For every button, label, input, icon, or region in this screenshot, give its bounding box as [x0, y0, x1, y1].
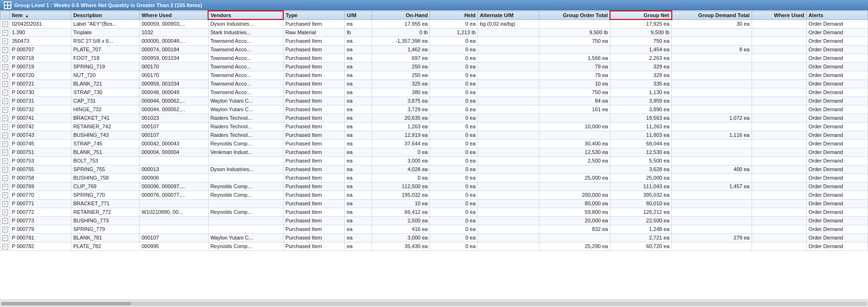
col-onhand[interactable]: On-Hand [372, 11, 430, 19]
expand-button[interactable]: + [2, 175, 8, 181]
expand-button[interactable]: + [2, 98, 8, 104]
expand-cell[interactable]: + [0, 19, 10, 28]
expand-button[interactable]: + [2, 141, 8, 147]
expand-cell[interactable]: + [0, 182, 10, 191]
expand-cell[interactable]: + [0, 242, 10, 250]
scrollbar-area[interactable] [0, 299, 868, 307]
expand-cell[interactable]: + [0, 199, 10, 208]
expand-button[interactable]: + [2, 158, 8, 164]
expand-button[interactable]: + [2, 56, 8, 61]
expand-button[interactable]: + [2, 184, 8, 190]
table-row[interactable]: +350473RSC 27 5/8 x 6...000005, 000048,.… [0, 37, 868, 45]
table-row[interactable]: +P 000730STRAP_730000048, 000049Townsend… [0, 88, 868, 96]
col-vendors[interactable]: Vendors [208, 11, 283, 19]
expand-cell[interactable]: + [0, 114, 10, 122]
table-row[interactable]: +P 000781BLANK_781000107Waylon Yutani C.… [0, 233, 868, 242]
col-type[interactable]: Type [283, 11, 344, 19]
table-row[interactable]: +P 000741BRACKET_741001023Raiders Techno… [0, 114, 868, 122]
table-row[interactable]: +P 000769CLIP_769000096, 000097,...Reyno… [0, 182, 868, 191]
expand-button[interactable]: + [2, 244, 8, 249]
table-row[interactable]: +02042D2031Label "AEY"(Bos...000059, 000… [0, 19, 868, 28]
table-row[interactable]: +P 000779SPRING_779Purchased Itemea416 e… [0, 225, 868, 233]
expand-cell[interactable]: + [0, 216, 10, 225]
expand-button[interactable]: + [2, 115, 8, 121]
table-row[interactable]: +P 000772RETAINER_772W10210890, 00...Rey… [0, 208, 868, 216]
table-row[interactable]: +P 000721BLANK_721000959, 001034Townsend… [0, 79, 868, 88]
expand-cell[interactable]: + [0, 105, 10, 114]
expand-cell[interactable]: + [0, 131, 10, 139]
table-container[interactable]: Item ▲ Description Where Used Vendors Ty… [0, 10, 868, 299]
table-row[interactable]: +1.390Tinplate1032Stark Industries...Raw… [0, 28, 868, 37]
expand-cell[interactable]: + [0, 28, 10, 37]
scrollbar-track[interactable] [1, 302, 867, 306]
table-row[interactable]: +P 000742RETAINER_742000107Raiders Techn… [0, 122, 868, 131]
expand-cell[interactable]: + [0, 54, 10, 62]
col-description[interactable]: Description [71, 11, 140, 19]
col-grpordtotal[interactable]: Group Order Total [539, 11, 610, 19]
expand-cell[interactable]: + [0, 148, 10, 156]
expand-cell[interactable]: + [0, 45, 10, 54]
table-row[interactable]: +P 000770SPRING_770000076, 000077,...Rey… [0, 191, 868, 199]
expand-button[interactable]: + [2, 192, 8, 198]
expand-cell[interactable]: + [0, 62, 10, 71]
expand-cell[interactable]: + [0, 37, 10, 45]
col-um[interactable]: U/M [344, 11, 372, 19]
col-alerts[interactable]: Alerts [806, 11, 868, 19]
expand-button[interactable]: + [2, 47, 8, 53]
col-altum[interactable]: Alternate U/M [478, 11, 539, 19]
col-grpnet[interactable]: Group Net [610, 11, 671, 19]
expand-cell[interactable]: + [0, 233, 10, 242]
col-grpdmdtotal[interactable]: Group Demand Total [672, 11, 752, 19]
expand-button[interactable]: + [2, 133, 8, 138]
table-row[interactable]: +P 000732HINGE_732000044, 000062,...Wayl… [0, 105, 868, 114]
expand-button[interactable]: + [2, 210, 8, 215]
expand-button[interactable]: + [2, 227, 8, 232]
expand-button[interactable]: + [2, 167, 8, 173]
expand-cell[interactable]: + [0, 208, 10, 216]
expand-button[interactable]: + [2, 150, 8, 155]
table-row[interactable]: +P 000743BUSHING_743000107Raiders Techno… [0, 131, 868, 139]
col-held[interactable]: Held [430, 11, 478, 19]
cell-type: Purchased Item [283, 45, 344, 54]
table-row[interactable]: +P 000773BUSHING_773Purchased Itemea2,50… [0, 216, 868, 225]
expand-button[interactable]: + [2, 107, 8, 113]
expand-button[interactable]: + [2, 90, 8, 96]
col-item[interactable]: Item ▲ [10, 11, 71, 19]
expand-button[interactable]: + [2, 30, 8, 36]
expand-cell[interactable]: + [0, 225, 10, 233]
expand-cell[interactable]: + [0, 71, 10, 79]
expand-cell[interactable]: + [0, 191, 10, 199]
expand-button[interactable]: + [2, 235, 8, 241]
expand-button[interactable]: + [2, 73, 8, 78]
expand-cell[interactable]: + [0, 173, 10, 182]
expand-button[interactable]: + [2, 38, 8, 44]
table-row[interactable]: +P 000753BOLT_753Purchased Itemea3,000 e… [0, 156, 868, 165]
table-row[interactable]: +P 000782PLATE_782000995Reynolds Comp...… [0, 242, 868, 250]
table-row[interactable]: +P 000707PLATE_707000074, 000184Townsend… [0, 45, 868, 54]
table-row[interactable]: +P 000751BLANK_751000004, 000004Venkman … [0, 148, 868, 156]
table-row[interactable]: +P 000718FOOT_718000959, 001034Townsend … [0, 54, 868, 62]
expand-cell[interactable]: + [0, 96, 10, 105]
table-row[interactable]: +P 000755SPRING_755000013Dyson Industrie… [0, 165, 868, 173]
expand-cell[interactable]: + [0, 122, 10, 131]
expand-button[interactable]: + [2, 124, 8, 130]
table-row[interactable]: +P 000719SPRING_719000170Townsend Acco..… [0, 62, 868, 71]
expand-cell[interactable]: + [0, 156, 10, 165]
expand-button[interactable]: + [2, 201, 8, 207]
expand-cell[interactable]: + [0, 165, 10, 173]
expand-cell[interactable]: + [0, 88, 10, 96]
expand-button[interactable]: + [2, 81, 8, 87]
table-row[interactable]: +P 000758BUSHING_758000906Purchased Item… [0, 173, 868, 182]
table-row[interactable]: +P 000731CAP_731000044, 000062,...Waylon… [0, 96, 868, 105]
table-row[interactable]: +P 000745STRAP_745000042, 000043Reynolds… [0, 139, 868, 148]
expand-button[interactable]: + [2, 218, 8, 224]
expand-cell[interactable]: + [0, 79, 10, 88]
scrollbar-thumb[interactable] [1, 302, 131, 305]
col-whereused2[interactable]: Where Used [752, 11, 806, 19]
expand-button[interactable]: + [2, 21, 8, 27]
table-row[interactable]: +P 000771BRACKET_771Purchased Itemea10 e… [0, 199, 868, 208]
expand-button[interactable]: + [2, 64, 8, 70]
col-whereused[interactable]: Where Used [139, 11, 208, 19]
table-row[interactable]: +P 000720NUT_720000170Townsend Acco...Pu… [0, 71, 868, 79]
expand-cell[interactable]: + [0, 139, 10, 148]
